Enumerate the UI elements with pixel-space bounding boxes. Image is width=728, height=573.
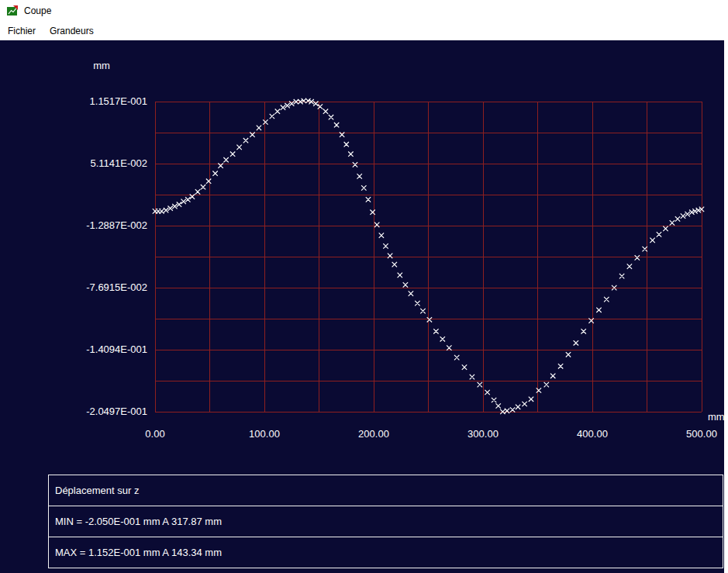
y-tick-label: 1.1517E-001 [90, 95, 147, 107]
x-tick-label: 0.00 [145, 428, 164, 440]
y-axis-unit-label: mm [93, 60, 110, 71]
chart-canvas: 0.00100.00200.00300.00400.00500.001.1517… [0, 40, 724, 471]
info-panel: Déplacement sur z MIN = -2.050E-001 mm A… [48, 475, 723, 568]
y-tick-label: -7.6915E-002 [86, 281, 147, 293]
menu-fichier[interactable]: Fichier [8, 26, 36, 36]
title-bar: Coupe [0, 0, 728, 22]
menu-bar: Fichier Grandeurs [0, 22, 728, 40]
info-row-quantity: Déplacement sur z [48, 475, 723, 506]
x-tick-label: 300.00 [468, 428, 499, 440]
info-row-min: MIN = -2.050E-001 mm A 317.87 mm [48, 506, 723, 537]
menu-grandeurs[interactable]: Grandeurs [50, 26, 94, 36]
y-tick-label: -2.0497E-001 [86, 406, 147, 417]
y-tick-label: 5.1141E-002 [91, 157, 148, 169]
x-tick-label: 200.00 [358, 428, 389, 440]
plot-client-area: 0.00100.00200.00300.00400.00500.001.1517… [0, 40, 724, 573]
info-row-max: MAX = 1.152E-001 mm A 143.34 mm [48, 537, 723, 568]
window-title: Coupe [24, 5, 51, 16]
application-window: { "window": { "title": "Coupe", "menus":… [0, 0, 728, 573]
y-tick-label: -1.4094E-001 [86, 343, 147, 355]
x-tick-label: 400.00 [577, 428, 608, 440]
y-tick-label: -1.2887E-002 [86, 219, 147, 231]
app-icon [6, 5, 19, 17]
x-tick-label: 500.00 [686, 428, 717, 440]
x-axis-unit-label: mm [708, 411, 724, 423]
x-tick-label: 100.00 [249, 428, 280, 440]
